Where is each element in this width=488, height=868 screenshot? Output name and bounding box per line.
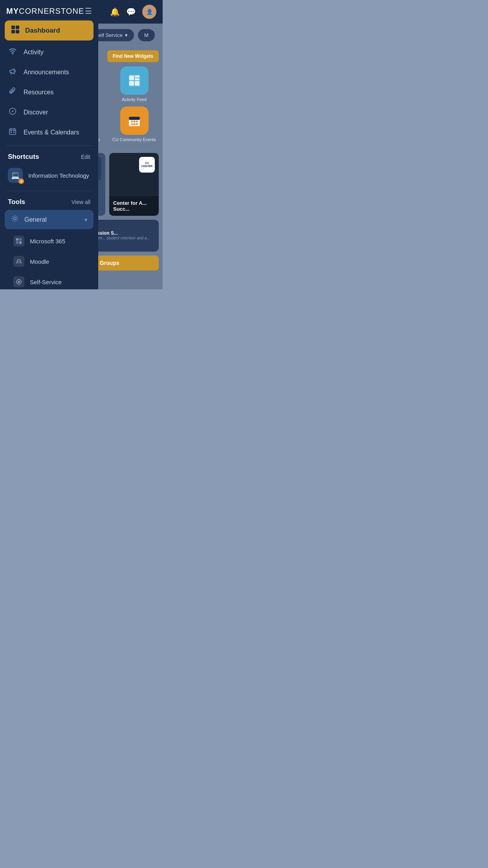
tool-item-self-service[interactable]: Self-Service bbox=[0, 272, 98, 289]
widget-label-activity-feed: Activity Feed bbox=[122, 97, 147, 102]
tools-title: Tools bbox=[8, 198, 25, 206]
paperclip-icon bbox=[8, 87, 17, 97]
app-logo: MYCORNERSTONE bbox=[6, 7, 84, 16]
activity-label: Activity bbox=[24, 49, 44, 56]
svg-point-31 bbox=[14, 217, 16, 220]
tool-item-moodle[interactable]: Moodle bbox=[0, 251, 98, 272]
sidebar-item-events[interactable]: Events & Calendars bbox=[0, 122, 98, 142]
shortcuts-edit-button[interactable]: Edit bbox=[81, 154, 90, 160]
avatar[interactable]: 👤 bbox=[142, 5, 156, 19]
microsoft365-label: Microsoft 365 bbox=[30, 238, 65, 245]
svg-rect-24 bbox=[16, 30, 19, 33]
chevron-down-icon: ▾ bbox=[125, 32, 128, 38]
widget-icon-cu-events bbox=[120, 107, 149, 135]
avatar-image: 👤 bbox=[146, 9, 153, 15]
sidebar-item-activity[interactable]: Activity bbox=[0, 42, 98, 62]
svg-point-25 bbox=[12, 53, 13, 54]
pill-label: Self Service bbox=[95, 32, 123, 38]
notification-icon[interactable]: 🔔 bbox=[110, 7, 120, 17]
svg-point-17 bbox=[136, 121, 138, 123]
announcements-label: Announcements bbox=[24, 69, 69, 76]
shortcut-badge: ⚙ bbox=[18, 178, 24, 184]
svg-rect-28 bbox=[9, 129, 16, 134]
widget-activity-feed[interactable]: Activity Feed bbox=[110, 66, 159, 102]
sidebar-item-resources[interactable]: Resources bbox=[0, 82, 98, 102]
self-service-label: Self-Service bbox=[30, 279, 62, 285]
svg-point-18 bbox=[131, 123, 133, 125]
shortcut-it-label: Information Technology bbox=[28, 172, 89, 179]
all-groups-label: ll Groups bbox=[95, 260, 119, 266]
events-calendars-label: Events & Calendars bbox=[24, 129, 79, 136]
widget-icon-activity-feed bbox=[120, 66, 149, 95]
svg-point-15 bbox=[131, 121, 133, 123]
shortcut-item-it[interactable]: 💻 ⚙ Information Technology bbox=[0, 163, 98, 188]
shortcuts-section-header: Shortcuts Edit bbox=[0, 149, 98, 163]
svg-point-20 bbox=[136, 123, 138, 125]
svg-marker-27 bbox=[11, 110, 14, 112]
dashboard-button[interactable]: Dashboard bbox=[5, 20, 94, 40]
tools-view-all-button[interactable]: View all bbox=[72, 199, 90, 205]
svg-rect-23 bbox=[11, 30, 15, 33]
card-center-for-academic[interactable]: CUCENTER Center for A...Succ... bbox=[109, 153, 159, 216]
general-label: General bbox=[24, 216, 79, 223]
svg-rect-10 bbox=[135, 78, 139, 80]
svg-rect-14 bbox=[129, 117, 140, 120]
svg-rect-11 bbox=[129, 81, 134, 86]
megaphone-icon bbox=[8, 67, 17, 77]
sidebar-item-discover[interactable]: Discover bbox=[0, 102, 98, 122]
microsoft365-icon bbox=[13, 235, 24, 246]
nav-pill-m[interactable]: M bbox=[138, 29, 155, 41]
menu-icon[interactable]: ☰ bbox=[85, 6, 92, 16]
svg-rect-8 bbox=[129, 75, 134, 80]
sidebar-item-announcements[interactable]: Announcements bbox=[0, 62, 98, 82]
svg-rect-22 bbox=[16, 26, 19, 29]
gear-icon bbox=[11, 215, 19, 224]
pill-label: M bbox=[144, 32, 149, 38]
svg-point-19 bbox=[133, 123, 135, 125]
svg-rect-32 bbox=[16, 238, 18, 241]
logo-my: MY bbox=[6, 7, 19, 15]
find-widgets-button[interactable]: Find New Widgets bbox=[107, 50, 159, 62]
chat-icon[interactable]: 💬 bbox=[126, 7, 136, 17]
card-overlay: Center for A...Succ... bbox=[109, 196, 159, 216]
card-title-center: Center for A...Succ... bbox=[113, 200, 155, 212]
moodle-icon bbox=[13, 256, 24, 267]
shortcut-icon-it: 💻 ⚙ bbox=[8, 168, 23, 183]
sidebar: MYCORNERSTONE ☰ Dashboard Activity bbox=[0, 0, 98, 289]
dashboard-label: Dashboard bbox=[25, 27, 60, 35]
svg-rect-33 bbox=[19, 238, 22, 241]
divider-1 bbox=[6, 145, 92, 146]
chevron-down-icon: ▾ bbox=[84, 217, 87, 223]
card-logo: CUCENTER bbox=[139, 157, 155, 173]
widget-cu-community-events[interactable]: CU Community Events bbox=[110, 107, 159, 142]
resources-label: Resources bbox=[24, 89, 53, 96]
moodle-label: Moodle bbox=[30, 258, 49, 265]
svg-point-38 bbox=[18, 281, 20, 283]
svg-rect-29 bbox=[11, 132, 12, 133]
discover-label: Discover bbox=[24, 109, 48, 116]
sidebar-header: MYCORNERSTONE ☰ bbox=[0, 0, 98, 20]
divider-2 bbox=[6, 191, 92, 191]
tool-item-microsoft365[interactable]: Microsoft 365 bbox=[0, 231, 98, 251]
svg-rect-36 bbox=[17, 261, 20, 263]
widget-label-cu-community-events: CU Community Events bbox=[112, 137, 156, 142]
svg-rect-9 bbox=[135, 75, 139, 77]
top-bar-icons: 🔔 💬 👤 bbox=[110, 5, 156, 19]
dashboard-icon bbox=[11, 25, 20, 36]
tools-general-selected[interactable]: General ▾ bbox=[5, 210, 94, 229]
svg-rect-30 bbox=[13, 132, 15, 133]
svg-rect-35 bbox=[19, 241, 22, 244]
logo-cornerstone: CORNERSTONE bbox=[19, 7, 84, 15]
svg-point-16 bbox=[133, 121, 135, 123]
shortcuts-title: Shortcuts bbox=[8, 153, 39, 161]
wifi-icon bbox=[8, 47, 17, 57]
self-service-icon bbox=[13, 276, 24, 287]
svg-rect-21 bbox=[11, 26, 15, 29]
compass-icon bbox=[8, 107, 17, 117]
tools-section-header: Tools View all bbox=[0, 194, 98, 208]
svg-rect-12 bbox=[135, 81, 139, 86]
svg-rect-34 bbox=[16, 241, 18, 244]
calendar-icon bbox=[8, 127, 17, 137]
